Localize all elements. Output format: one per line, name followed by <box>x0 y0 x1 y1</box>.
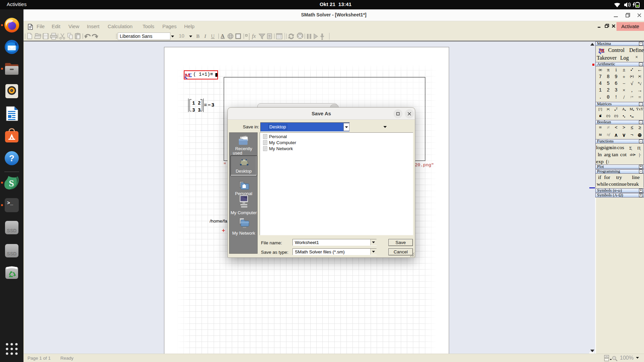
svg-text:I: I <box>204 34 207 39</box>
svg-text:U: U <box>211 34 215 39</box>
svg-text:?: ? <box>9 153 14 163</box>
svg-text:M: M <box>185 73 190 78</box>
svg-text:S: S <box>9 178 14 188</box>
svg-text:fx: fx <box>252 33 256 39</box>
svg-text:>_: >_ <box>7 200 13 206</box>
svg-text:?: ? <box>268 35 270 39</box>
svg-text:B: B <box>196 34 200 39</box>
svg-text:SSD: SSD <box>7 251 17 256</box>
svg-text:M: M <box>600 48 604 53</box>
svg-text:SSD: SSD <box>7 228 17 233</box>
